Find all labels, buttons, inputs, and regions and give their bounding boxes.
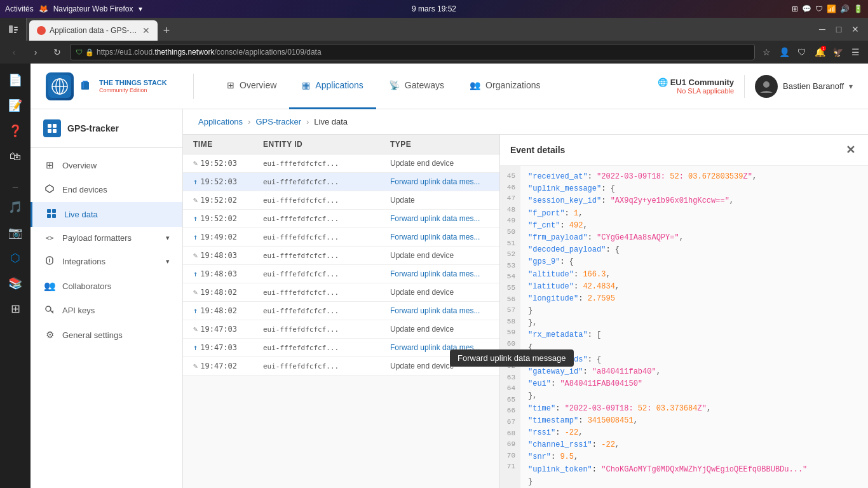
row-type: Update end device: [390, 362, 489, 370]
shield-icon[interactable]: 🛡: [815, 4, 823, 13]
minimize-button[interactable]: ─: [815, 22, 830, 37]
new-tab-button[interactable]: +: [158, 20, 175, 41]
logo-stack-text: THE THINGS STACK: [99, 79, 167, 86]
close-window-button[interactable]: ✕: [848, 22, 863, 37]
shield-notifications-icon[interactable]: 🛡: [794, 44, 810, 60]
code-line: },: [528, 390, 860, 402]
row-time: ↑19:52:03: [193, 177, 263, 186]
sidebar-item-general-settings[interactable]: ⚙ General settings: [31, 323, 182, 347]
table-row[interactable]: ✎19:48:03 eui-fffefdfcfcf... Update end …: [183, 247, 499, 265]
nav-overview[interactable]: ⊞ Overview: [214, 64, 289, 109]
bookmark-button[interactable]: ☆: [759, 44, 774, 60]
back-button[interactable]: ‹: [5, 43, 23, 61]
code-line: "longitude": 2.7595: [528, 293, 860, 305]
ff-sidebar-store-icon[interactable]: 🛍: [4, 145, 27, 168]
user-name: Bastien Baranoff: [783, 81, 844, 91]
breadcrumb-sep-2: ›: [306, 117, 309, 126]
user-dropdown-icon[interactable]: ▾: [849, 82, 853, 91]
table-row[interactable]: ↑19:49:02 eui-fffefdfcfcf... Forward upl…: [183, 228, 499, 247]
table-row[interactable]: ✎19:47:03 eui-fffefdfcfcf... Update end …: [183, 320, 499, 339]
reload-button[interactable]: ↻: [48, 43, 66, 61]
row-icon: ↑: [193, 177, 198, 186]
row-type-text: Update end device: [390, 288, 454, 297]
forward-button[interactable]: ›: [27, 43, 44, 61]
row-type-text: Forward uplink data mes...: [390, 306, 480, 315]
code-viewer[interactable]: 4546474849505152535455565758596061626364…: [500, 166, 868, 488]
table-row[interactable]: ✎19:52:03 eui-fffefdfcfcf... Update end …: [183, 154, 499, 173]
code-line: "rssi": -22,: [528, 427, 860, 439]
sidebar-item-end-devices[interactable]: End devices: [31, 177, 182, 202]
chat-icon[interactable]: 💬: [802, 4, 811, 13]
table-row[interactable]: ✎19:48:02 eui-fffefdfcfcf... Update end …: [183, 283, 499, 302]
nav-organizations[interactable]: 👥 Organizations: [457, 64, 553, 109]
table-row[interactable]: ↑19:47:03 eui-fffefdfcfcf... Forward upl…: [183, 339, 499, 357]
sidebar-item-payload-formatters[interactable]: <> Payload formatters ▾: [31, 227, 182, 249]
url-bar[interactable]: 🛡 🔒 https://eu1.cloud.thethings.network/…: [70, 44, 755, 60]
profile-icon[interactable]: 👤: [776, 44, 792, 60]
user-info[interactable]: Bastien Baranoff ▾: [755, 75, 853, 98]
ff-sidebar-page-icon[interactable]: 📄: [4, 69, 27, 92]
row-type-text: Forward uplink data mes...: [390, 233, 480, 241]
row-type-text: Forward uplink data mes...: [390, 269, 480, 278]
row-icon: ✎: [193, 325, 198, 334]
payload-expand-icon[interactable]: ▾: [166, 234, 170, 242]
table-row[interactable]: ✎19:47:02 eui-fffefdfcfcf... Update end …: [183, 357, 499, 376]
table-row[interactable]: ↑19:48:03 eui-fffefdfcfcf... Forward upl…: [183, 265, 499, 283]
ff-sidebar-terminal-icon[interactable]: _: [4, 170, 27, 193]
maximize-button[interactable]: □: [831, 22, 846, 37]
ff-sidebar-music-icon[interactable]: 🎵: [4, 196, 27, 219]
volume-icon[interactable]: 🔊: [840, 4, 850, 13]
row-icon: ↑: [193, 269, 198, 278]
ff-sidebar-grid-icon[interactable]: ⊞: [4, 297, 27, 320]
line-number: 58: [505, 316, 515, 328]
event-details-close-button[interactable]: ✕: [843, 142, 858, 158]
integrations-expand-icon[interactable]: ▾: [166, 257, 170, 266]
row-type: Forward uplink data mes...: [390, 177, 489, 186]
end-devices-icon: [43, 184, 56, 196]
code-line: }: [528, 305, 860, 317]
row-icon: ✎: [193, 251, 198, 260]
sidebar-item-collaborators[interactable]: 👥 Collaborators: [31, 274, 182, 298]
table-row[interactable]: ↑19:52:03 eui-fffefdfcfcf... Forward upl…: [183, 173, 499, 191]
table-row[interactable]: ✎19:52:02 eui-fffefdfcfcf... Update: [183, 191, 499, 210]
tab-close-button[interactable]: ✕: [142, 26, 150, 35]
active-tab[interactable]: Application data - GPS-tr... ✕: [29, 20, 158, 41]
code-line: "uplink_message": {: [528, 183, 860, 195]
sidebar-item-overview[interactable]: ⊞ Overview: [31, 153, 182, 177]
sidebar-item-api-keys[interactable]: API keys: [31, 298, 182, 323]
row-type: Forward uplink data mes...: [390, 233, 489, 241]
nav-applications[interactable]: ▦ Applications: [289, 64, 376, 109]
sidebar-item-live-data[interactable]: Live data: [31, 202, 182, 227]
ff-sidebar-help-icon[interactable]: ❓: [4, 119, 27, 142]
nav-right: 🌐 EU1 Community No SLA applicable Bastie…: [658, 75, 853, 98]
ff-sidebar-camera-icon[interactable]: 📷: [4, 221, 27, 244]
ff-sidebar-vscode-icon[interactable]: ⬡: [4, 247, 27, 269]
browser-sidebar-button[interactable]: [0, 18, 27, 41]
extension-icon[interactable]: 🦅: [830, 44, 845, 60]
menu-button[interactable]: ☰: [848, 44, 863, 60]
breadcrumb-gps-tracker[interactable]: GPS-tracker: [255, 117, 301, 126]
apps-icon[interactable]: ⊞: [792, 4, 798, 13]
sidebar-item-integrations[interactable]: Integrations ▾: [31, 249, 182, 274]
ff-sidebar-reader-icon[interactable]: 📚: [4, 272, 27, 295]
ff-sidebar-office-icon[interactable]: 📝: [4, 94, 27, 117]
line-number: 64: [505, 383, 515, 395]
eu1-title: 🌐 EU1 Community: [658, 78, 734, 87]
row-type: Update end device: [390, 159, 489, 168]
line-number: 69: [505, 439, 515, 451]
table-row[interactable]: ↑19:48:02 eui-fffefdfcfcf... Forward upl…: [183, 302, 499, 320]
notification-bell-icon[interactable]: 🔔1: [812, 44, 827, 60]
activities-label[interactable]: Activités: [5, 4, 34, 13]
line-number: 46: [505, 182, 515, 194]
row-icon: ↑: [193, 233, 198, 241]
os-bar-right: ⊞ 💬 🛡 📶 🔊 🔋: [792, 4, 863, 13]
row-time: ↑19:48:03: [193, 269, 263, 278]
dropdown-icon[interactable]: ▾: [139, 4, 142, 13]
row-entity: eui-fffefdfcfcf...: [263, 159, 390, 168]
line-number: 47: [505, 193, 515, 205]
nav-gateways[interactable]: 📡 Gateways: [376, 64, 457, 109]
breadcrumb-applications[interactable]: Applications: [198, 117, 243, 126]
svg-rect-21: [52, 214, 56, 218]
row-icon: ↑: [193, 214, 198, 223]
table-row[interactable]: ↑19:52:02 eui-fffefdfcfcf... Forward upl…: [183, 210, 499, 228]
